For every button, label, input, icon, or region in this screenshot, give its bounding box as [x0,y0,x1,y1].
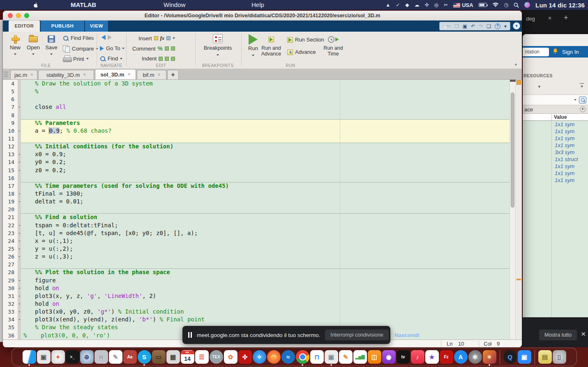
breakpoint-margin[interactable]: - [18,284,21,292]
siri-icon[interactable] [524,2,530,8]
print-button[interactable]: Print [63,55,89,62]
breakpoint-margin[interactable] [18,268,21,276]
cloud-upload-icon[interactable]: ☁ [415,2,420,7]
breakpoint-margin[interactable] [18,213,21,221]
indent-button[interactable]: Indent [142,55,175,62]
file-tab-sol_3D.m[interactable]: sol_3D.m× [95,69,136,79]
code-line-17[interactable]: 17%% Time parameters (used for solving t… [3,182,522,190]
code-line-25[interactable]: 25-y = u(:,2); [3,245,522,253]
line-number[interactable]: 6 [3,95,18,103]
line-number[interactable]: 17 [3,182,18,190]
line-number[interactable]: 4 [3,80,18,88]
close-tab-icon[interactable]: × [158,72,161,78]
hide-banner-button[interactable]: Nascondi [394,332,420,338]
paste-icon[interactable]: ▣ [463,24,467,29]
dock-skype-icon[interactable]: S [138,350,151,364]
line-number[interactable]: 9 [3,119,18,127]
dock-zoom-app-icon[interactable]: ▣ [518,350,531,364]
breakpoint-margin[interactable]: - [18,253,21,261]
breakpoint-margin[interactable]: - [18,190,21,198]
wifi-icon[interactable] [492,2,499,7]
breakpoint-margin[interactable] [18,88,21,95]
tab-view[interactable]: VIEW [85,21,108,32]
dock-reminders-icon[interactable]: ☰ [195,350,209,364]
run-and-time-button[interactable]: Run and Time [322,34,345,57]
file-tab-jac.m[interactable]: jac.m× [10,70,37,79]
screen-record-icon[interactable]: ◎ [434,2,438,7]
undo-icon[interactable]: ↶ [471,24,475,29]
dock-texshop-icon[interactable]: TEX [210,350,223,364]
line-number[interactable]: 21 [3,213,18,221]
dropbox-icon[interactable]: ◆ [405,2,409,7]
advance-button[interactable]: ↴Advance [287,49,316,55]
breakpoint-margin[interactable]: - [18,222,21,229]
line-number[interactable]: 23 [3,229,18,237]
breakpoint-margin[interactable]: - [18,229,21,237]
line-number[interactable]: 35 [3,323,18,331]
copy-icon[interactable]: ❐ [454,24,459,29]
insert-button[interactable]: Insertfx [138,35,175,42]
close-tab-icon[interactable]: × [30,72,33,78]
line-number[interactable]: 12 [3,143,18,150]
scissors-icon[interactable]: ✂ [444,2,448,7]
line-number[interactable]: 7 [3,103,18,111]
goto-button[interactable]: Go To [100,45,125,51]
collapse-toolstrip-icon[interactable]: ▲ [580,83,584,88]
line-number[interactable]: 27 [3,261,18,268]
breakpoint-margin[interactable] [18,95,21,103]
breakpoint-margin[interactable] [18,261,21,268]
workspace-value-row[interactable]: 1x1 sym [523,163,588,170]
line-number[interactable]: 24 [3,237,18,245]
code-editor[interactable]: 4% Draw the solution of a 3D system5%67-… [3,80,522,339]
line-number[interactable]: 28 [3,268,18,276]
stop-sharing-button[interactable]: Interrompi condivisione [325,330,389,340]
dock-firefox-icon[interactable]: ◠ [267,350,281,364]
menu-item-app[interactable]: MATLAB [71,0,96,10]
new-button[interactable]: New [6,34,24,57]
workspace-value-row[interactable]: 1x1 sym [523,135,588,142]
code-line-23[interactable]: 23-[t, u] = ode45(@f, tspan, [x0; y0; z0… [3,229,522,237]
breakpoint-margin[interactable]: - [18,292,21,300]
battery-icon[interactable] [479,3,487,7]
line-number[interactable]: 13 [3,150,18,158]
dock-filezilla-icon[interactable]: Fz [440,350,453,364]
line-number[interactable]: 8 [3,111,18,119]
line-number[interactable]: 33 [3,308,18,316]
help-icon[interactable]: ? [495,23,500,29]
line-number[interactable]: 5 [3,88,18,95]
file-tab-bif.m[interactable]: bif.m× [137,70,166,79]
code-line-18[interactable]: 18-tFinal = 1300; [3,190,522,198]
value-column-header[interactable]: Value [523,114,588,121]
line-number[interactable]: 25 [3,245,18,253]
workspace-value-row[interactable]: 1x1 struct [523,156,588,163]
breakpoint-margin[interactable]: - [18,158,21,166]
dock-podcasts-icon[interactable]: ◉ [382,350,396,364]
code-line-34[interactable]: 34-plot3(x(end), y(end), z(end), 'b*') %… [3,316,522,323]
code-line-4[interactable]: 4% Draw the solution of a 3D system [3,80,522,88]
breakpoint-margin[interactable] [18,135,21,143]
breakpoint-margin[interactable]: - [18,150,21,158]
code-line-28[interactable]: 28%% Plot the solution in the phase spac… [3,268,522,276]
breakpoint-margin[interactable]: - [18,166,21,174]
breakpoint-margin[interactable]: - [18,277,21,284]
breakpoint-margin[interactable]: - [18,316,21,323]
dock-safari-icon[interactable]: ✧ [253,350,266,364]
file-tab-stability_3D.m[interactable]: stability_3D.m× [38,70,94,79]
compare-button[interactable]: Compare [63,45,98,52]
dock-system-preferences-icon[interactable]: ✱ [468,350,482,364]
breakpoint-margin[interactable] [18,323,21,331]
code-line-9[interactable]: 9%% Parameters [3,119,522,127]
code-line-11[interactable]: 11 [3,135,522,143]
browser-tab-close-icon[interactable]: × [548,15,551,21]
code-line-10[interactable]: 10-a = 0.9; % 0.68 chaos? [3,127,522,135]
breakpoint-margin[interactable]: - [18,308,21,316]
open-button[interactable]: Open [24,34,42,57]
menu-clock[interactable]: Lun 14 dic 12:36 [535,2,585,9]
tab-drag-handle[interactable] [4,71,8,78]
line-number[interactable]: 11 [3,135,18,143]
code-line-29[interactable]: 29-figure [3,277,522,284]
code-line-33[interactable]: 33-plot3(x0, y0, z0, 'g*') % Initial con… [3,308,522,316]
code-line-12[interactable]: 12%% Initial conditions (for the solutio… [3,143,522,150]
switch-window-icon[interactable]: ❏ [487,24,491,29]
redo-icon[interactable]: ↷ [479,24,483,29]
